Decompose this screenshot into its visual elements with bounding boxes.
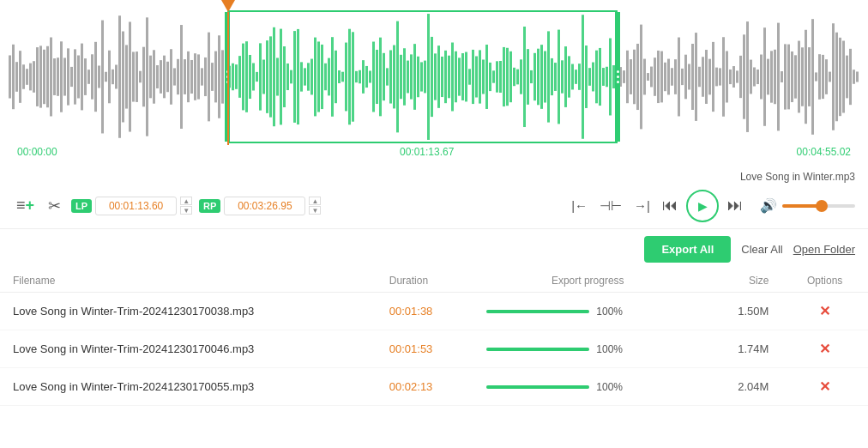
lp-group: LP ▲ ▼ bbox=[71, 197, 192, 215]
volume-slider[interactable] bbox=[782, 204, 855, 208]
waveform-section: // This won't run in SVG, using static b… bbox=[0, 10, 868, 169]
delete-button[interactable]: ✕ bbox=[814, 301, 835, 321]
cell-duration: 00:01:38 bbox=[377, 293, 474, 330]
export-all-button[interactable]: Export All bbox=[644, 236, 731, 263]
table-row: Love Song in Winter-Trim-20241230170038.… bbox=[0, 293, 868, 330]
progress-pct: 100% bbox=[596, 306, 623, 318]
cell-progress: 100% bbox=[473, 293, 702, 330]
progress-bar-fill bbox=[486, 385, 589, 389]
progress-bar-wrap bbox=[486, 385, 589, 389]
time-markers: 00:00:00 00:01:13.67 00:04:55.02 bbox=[9, 143, 859, 158]
export-bar: Export All Clear All Open Folder bbox=[0, 229, 868, 269]
waveform-container[interactable]: // This won't run in SVG, using static b… bbox=[9, 10, 859, 143]
volume-section: 🔊 bbox=[760, 197, 855, 214]
cell-duration: 00:01:53 bbox=[377, 330, 474, 368]
delete-button[interactable]: ✕ bbox=[814, 377, 835, 397]
align-right-button[interactable]: →| bbox=[630, 197, 654, 215]
table-row: Love Song in Winter-Trim-20241230170055.… bbox=[0, 368, 868, 406]
cell-size: 2.04M bbox=[702, 368, 781, 406]
col-filename: Filename bbox=[0, 269, 377, 293]
play-button[interactable]: ▶ bbox=[686, 190, 719, 222]
progress-pct: 100% bbox=[596, 343, 623, 355]
progress-bar-fill bbox=[486, 310, 589, 313]
cell-options: ✕ bbox=[781, 330, 868, 368]
progress-bar-fill bbox=[486, 348, 589, 351]
cell-options: ✕ bbox=[781, 368, 868, 406]
col-progress: Export progress bbox=[473, 269, 702, 293]
progress-bar-wrap bbox=[486, 348, 589, 351]
lp-time-input[interactable] bbox=[95, 197, 177, 215]
rp-badge: RP bbox=[199, 199, 220, 213]
lp-badge: LP bbox=[71, 199, 92, 213]
playhead-triangle bbox=[221, 0, 235, 12]
time-start: 00:00:00 bbox=[17, 146, 57, 158]
rp-group: RP ▲ ▼ bbox=[199, 197, 321, 215]
rp-time-input[interactable] bbox=[224, 197, 305, 215]
cell-size: 1.74M bbox=[702, 330, 781, 368]
lp-up-button[interactable]: ▲ bbox=[180, 197, 192, 205]
skip-back-button[interactable]: ⏮ bbox=[659, 195, 681, 216]
volume-icon: 🔊 bbox=[760, 197, 777, 214]
file-table-container: Filename Duration Export progress Size O… bbox=[0, 269, 868, 406]
playhead[interactable] bbox=[221, 0, 235, 145]
rp-spinner: ▲ ▼ bbox=[309, 197, 321, 215]
scissors-button[interactable]: ✂ bbox=[45, 193, 64, 219]
controls-bar: ≡+ ✂ LP ▲ ▼ RP ▲ ▼ |← ⊣⊢ →| ⏮ bbox=[0, 183, 868, 229]
playback-controls: |← ⊣⊢ →| ⏮ ▶ ⏭ bbox=[568, 190, 746, 222]
progress-pct: 100% bbox=[596, 381, 623, 393]
rp-down-button[interactable]: ▼ bbox=[309, 206, 321, 215]
add-button[interactable]: ≡+ bbox=[13, 193, 38, 218]
cell-duration: 00:02:13 bbox=[377, 368, 474, 406]
selection-handle-right[interactable] bbox=[615, 12, 620, 142]
cell-filename: Love Song in Winter-Trim-20241230170038.… bbox=[0, 293, 377, 330]
cell-progress: 100% bbox=[473, 368, 702, 406]
time-end: 00:04:55.02 bbox=[797, 146, 851, 158]
file-table-body: Love Song in Winter-Trim-20241230170038.… bbox=[0, 293, 868, 406]
lp-down-button[interactable]: ▼ bbox=[180, 206, 192, 215]
cell-size: 1.50M bbox=[702, 293, 781, 330]
rp-up-button[interactable]: ▲ bbox=[309, 197, 321, 205]
cell-progress: 100% bbox=[473, 330, 702, 368]
cell-options: ✕ bbox=[781, 293, 868, 330]
progress-bar-wrap bbox=[486, 310, 589, 313]
open-folder-button[interactable]: Open Folder bbox=[793, 243, 855, 256]
file-table: Filename Duration Export progress Size O… bbox=[0, 269, 868, 406]
table-header-row: Filename Duration Export progress Size O… bbox=[0, 269, 868, 293]
col-duration: Duration bbox=[377, 269, 474, 293]
lp-spinner: ▲ ▼ bbox=[180, 197, 192, 215]
col-options: Options bbox=[781, 269, 868, 293]
align-center-button[interactable]: ⊣⊢ bbox=[596, 197, 625, 215]
time-mid: 00:01:13.67 bbox=[400, 146, 454, 158]
table-row: Love Song in Winter-Trim-20241230170046.… bbox=[0, 330, 868, 368]
cell-filename: Love Song in Winter-Trim-20241230170055.… bbox=[0, 368, 377, 406]
delete-button[interactable]: ✕ bbox=[814, 339, 835, 359]
cell-filename: Love Song in Winter-Trim-20241230170046.… bbox=[0, 330, 377, 368]
clear-all-button[interactable]: Clear All bbox=[741, 243, 782, 256]
align-left-button[interactable]: |← bbox=[568, 197, 591, 215]
playhead-line bbox=[227, 12, 229, 145]
skip-forward-button[interactable]: ⏭ bbox=[724, 195, 746, 216]
col-size: Size bbox=[702, 269, 781, 293]
selection-box[interactable] bbox=[227, 10, 618, 143]
filename-display: Love Song in Winter.mp3 bbox=[0, 169, 868, 183]
